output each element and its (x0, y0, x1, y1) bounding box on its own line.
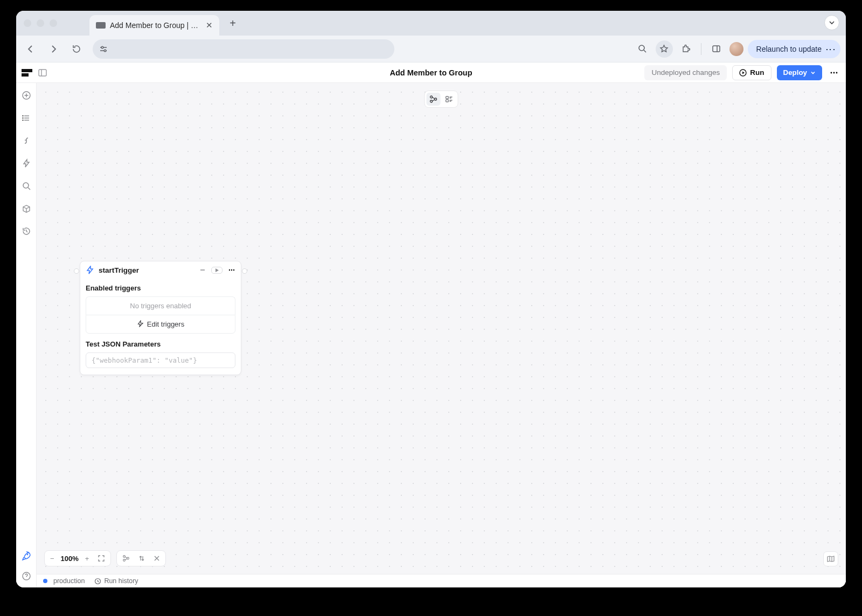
arrow-right-icon (48, 44, 58, 54)
map-icon (826, 555, 835, 563)
tabs-dropdown-button[interactable] (824, 15, 839, 30)
zoom-controls: − 100% + (44, 550, 111, 566)
app-toolbar: Add Member to Group Undeployed changes R… (16, 63, 846, 83)
tab-favicon (96, 22, 106, 29)
layout-controls (116, 550, 166, 566)
graph-icon (429, 95, 438, 103)
function-icon (22, 136, 31, 146)
undeployed-pill[interactable]: Undeployed changes (644, 65, 727, 80)
zoom-button[interactable] (634, 40, 651, 58)
rail-add-button[interactable] (20, 89, 32, 101)
svg-rect-3 (713, 46, 720, 52)
address-bar[interactable] (93, 39, 394, 59)
node-collapse-button[interactable] (199, 267, 206, 273)
status-dot-icon (43, 579, 47, 583)
zoom-in-button[interactable]: + (83, 555, 92, 563)
tab-close-icon[interactable]: ✕ (206, 20, 213, 30)
node-start-trigger[interactable]: startTrigger (80, 261, 241, 375)
nav-forward-button[interactable] (44, 40, 62, 58)
auto-layout-button[interactable] (120, 555, 132, 562)
x-icon (154, 555, 160, 562)
extensions-button[interactable] (677, 40, 694, 58)
rail-help-button[interactable] (20, 570, 32, 582)
svg-point-13 (23, 183, 29, 188)
node-more-button[interactable] (228, 266, 235, 274)
canvas[interactable]: startTrigger (37, 83, 846, 574)
bookmark-button[interactable] (656, 40, 673, 58)
bolt-small-icon (137, 320, 144, 327)
svg-point-16 (430, 96, 433, 98)
dots-icon (228, 266, 235, 274)
window: Add Member to Group | Retoo ✕ + (16, 11, 846, 587)
nav-reload-button[interactable] (67, 40, 85, 58)
traffic-close[interactable] (24, 19, 31, 27)
status-run-history[interactable]: Run history (94, 577, 138, 585)
node-body: Enabled triggers No triggers enabled Edi… (80, 279, 241, 375)
new-tab-button[interactable]: + (225, 15, 241, 31)
rocket-icon (21, 551, 31, 561)
edit-triggers-button[interactable]: Edit triggers (86, 315, 235, 334)
rail-deploy-button[interactable] (20, 550, 32, 562)
bolt-icon (86, 266, 94, 274)
browser-tabstrip: Add Member to Group | Retoo ✕ + (16, 11, 846, 36)
rail-history-button[interactable] (20, 225, 32, 237)
reload-icon (72, 44, 81, 53)
svg-point-22 (231, 269, 232, 271)
view-toggle (425, 91, 458, 108)
layout-list-icon (445, 95, 454, 103)
close-panel-button[interactable] (151, 555, 162, 562)
puzzle-icon (681, 44, 690, 53)
zoom-out-button[interactable]: − (48, 555, 57, 563)
svg-point-14 (27, 553, 29, 555)
arrow-left-icon (26, 44, 36, 54)
view-graph-button[interactable] (427, 93, 441, 106)
rail-list-button[interactable] (20, 112, 32, 124)
graph-small-icon (122, 555, 130, 562)
sidepanel-button[interactable] (708, 40, 725, 58)
rail-packages-button[interactable] (20, 203, 32, 214)
rail-search-button[interactable] (20, 180, 32, 192)
deploy-button[interactable]: Deploy (777, 65, 822, 80)
svg-point-12 (22, 120, 23, 121)
svg-point-0 (101, 46, 103, 49)
status-bar: production Run history (37, 574, 846, 587)
svg-point-1 (104, 50, 106, 52)
left-panel-toggle[interactable] (38, 68, 47, 78)
view-list-button[interactable] (442, 93, 456, 106)
svg-point-23 (233, 269, 234, 271)
svg-point-26 (123, 559, 126, 562)
rail-triggers-button[interactable] (20, 157, 32, 169)
app-more-button[interactable] (828, 68, 840, 77)
relaunch-button[interactable]: Relaunch to update ⋮ (748, 40, 840, 58)
minimap-button[interactable] (823, 551, 838, 566)
app: Add Member to Group Undeployed changes R… (16, 63, 846, 587)
sort-button[interactable] (136, 555, 147, 562)
traffic-max[interactable] (50, 19, 57, 27)
svg-point-21 (229, 269, 230, 271)
test-json-input[interactable] (86, 352, 235, 368)
run-button[interactable]: Run (732, 65, 771, 80)
node-run-button[interactable] (211, 267, 223, 274)
section-test-params: Test JSON Parameters (86, 340, 235, 348)
panel-left-icon (38, 68, 47, 78)
sidepanel-icon (712, 44, 721, 53)
expand-icon (98, 555, 105, 562)
nav-back-button[interactable] (22, 40, 40, 58)
star-icon (659, 44, 669, 53)
traffic-min[interactable] (37, 19, 44, 27)
zoom-fit-button[interactable] (95, 555, 107, 562)
plus-circle-icon (22, 91, 31, 100)
browser-tab[interactable]: Add Member to Group | Retoo ✕ (89, 15, 219, 36)
svg-point-24 (123, 556, 126, 558)
bolt-icon (22, 158, 31, 168)
svg-point-25 (127, 557, 129, 559)
profile-avatar[interactable] (729, 42, 743, 56)
rail-functions-button[interactable] (20, 135, 32, 147)
status-environment[interactable]: production (43, 577, 85, 585)
app-body: startTrigger (16, 83, 846, 587)
app-logo[interactable] (22, 69, 32, 77)
dots-icon (830, 68, 838, 77)
svg-point-10 (22, 115, 23, 116)
svg-point-8 (836, 72, 838, 73)
browser-toolbar: Relaunch to update ⋮ (16, 36, 846, 63)
